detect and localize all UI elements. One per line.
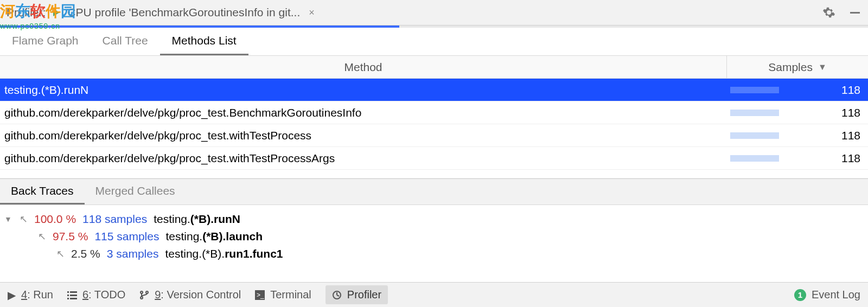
arrow-up-left-icon: ↖ <box>20 213 28 225</box>
table-row-partial <box>0 170 868 178</box>
detail-tabs: Back Traces Merged Callees <box>0 178 868 205</box>
trace-line[interactable]: ↖ 2.5 % 3 samples testing.(*B).run1.func… <box>4 245 864 263</box>
tool-window-bar: ▶ 4: Run 6: TODO 9: Version Control >_ T… <box>0 282 868 307</box>
column-method[interactable]: Method <box>0 56 727 78</box>
svg-rect-3 <box>67 291 69 293</box>
trace-method: testing.(*B).runN <box>154 213 240 226</box>
title-prefix: Profiler: <box>7 6 46 19</box>
arrow-up-left-icon: ↖ <box>56 248 65 260</box>
method-cell: github.com/derekparker/delve/pkg/proc_te… <box>0 106 727 119</box>
svg-rect-5 <box>67 295 69 296</box>
tab-merged-callees[interactable]: Merged Callees <box>85 179 186 204</box>
sort-desc-icon: ▼ <box>818 62 827 72</box>
tab-call-tree[interactable]: Call Tree <box>91 28 160 55</box>
samples-cell: 118 <box>727 106 868 119</box>
list-icon <box>67 290 77 300</box>
notification-badge: 1 <box>794 289 806 301</box>
svg-point-10 <box>141 297 143 299</box>
svg-point-9 <box>141 291 143 293</box>
svg-rect-1 <box>52 8 55 11</box>
table-row[interactable]: github.com/derekparker/delve/pkg/proc_te… <box>0 124 868 147</box>
svg-rect-8 <box>70 298 77 299</box>
disclosure-icon[interactable]: ▼ <box>4 215 13 223</box>
svg-rect-4 <box>70 291 77 293</box>
table-row[interactable]: testing.(*B).runN 118 <box>0 79 868 101</box>
methods-table-body: testing.(*B).runN 118github.com/derekpar… <box>0 79 868 170</box>
tool-todo[interactable]: 6: TODO <box>67 289 125 301</box>
window-title: Profiler: CPU profile 'BenchmarkGoroutin… <box>7 6 822 19</box>
trace-method: testing.(*B).run1.func1 <box>165 247 283 260</box>
trace-percent: 2.5 % <box>71 247 100 260</box>
trace-samples: 118 samples <box>82 213 147 226</box>
svg-point-11 <box>146 291 148 293</box>
trace-samples: 3 samples <box>107 247 159 260</box>
method-cell: github.com/derekparker/delve/pkg/proc_te… <box>0 129 727 142</box>
trace-percent: 97.5 % <box>53 230 88 243</box>
tool-version-control[interactable]: 9: Version Control <box>139 289 241 301</box>
title-bar: Profiler: CPU profile 'BenchmarkGoroutin… <box>0 0 868 25</box>
profiler-tabs: Flame Graph Call Tree Methods List <box>0 28 868 56</box>
table-row[interactable]: github.com/derekparker/delve/pkg/proc_te… <box>0 147 868 170</box>
svg-rect-2 <box>850 12 860 14</box>
back-traces-tree: ▼↖ 100.0 % 118 samples testing.(*B).runN… <box>0 205 868 268</box>
title-text: CPU profile 'BenchmarkGoroutinesInfo in … <box>67 6 300 19</box>
table-row[interactable]: github.com/derekparker/delve/pkg/proc_te… <box>0 101 868 124</box>
tool-terminal[interactable]: >_ Terminal <box>255 289 311 301</box>
method-cell: github.com/derekparker/delve/pkg/proc_te… <box>0 152 727 165</box>
trace-samples: 115 samples <box>94 230 159 243</box>
trace-line[interactable]: ▼↖ 100.0 % 118 samples testing.(*B).runN <box>4 210 864 228</box>
run-config-icon <box>51 7 62 18</box>
close-tab-icon[interactable]: × <box>309 7 315 18</box>
profiler-icon <box>332 290 342 300</box>
tool-event-log[interactable]: 1 Event Log <box>794 289 860 301</box>
tab-back-traces[interactable]: Back Traces <box>0 179 85 204</box>
column-samples[interactable]: Samples ▼ <box>727 61 868 74</box>
tool-profiler[interactable]: Profiler <box>326 285 388 304</box>
table-header: Method Samples ▼ <box>0 56 868 79</box>
svg-text:>_: >_ <box>257 291 264 299</box>
trace-percent: 100.0 % <box>34 213 76 226</box>
gear-icon[interactable] <box>822 6 835 19</box>
samples-cell: 118 <box>727 129 868 142</box>
trace-line[interactable]: ↖ 97.5 % 115 samples testing.(*B).launch <box>4 228 864 245</box>
samples-cell: 118 <box>727 84 868 97</box>
minimize-icon[interactable] <box>848 6 861 19</box>
branch-icon <box>139 290 149 300</box>
play-icon: ▶ <box>8 289 16 302</box>
tool-run[interactable]: ▶ 4: Run <box>8 289 53 302</box>
arrow-up-left-icon: ↖ <box>38 231 46 242</box>
tab-methods-list[interactable]: Methods List <box>160 28 248 55</box>
svg-rect-6 <box>70 295 77 296</box>
method-cell: testing.(*B).runN <box>0 84 727 97</box>
terminal-icon: >_ <box>255 290 265 300</box>
trace-method: testing.(*B).launch <box>165 230 263 243</box>
svg-rect-7 <box>67 298 69 299</box>
samples-cell: 118 <box>727 152 868 165</box>
tab-flame-graph[interactable]: Flame Graph <box>0 28 91 55</box>
